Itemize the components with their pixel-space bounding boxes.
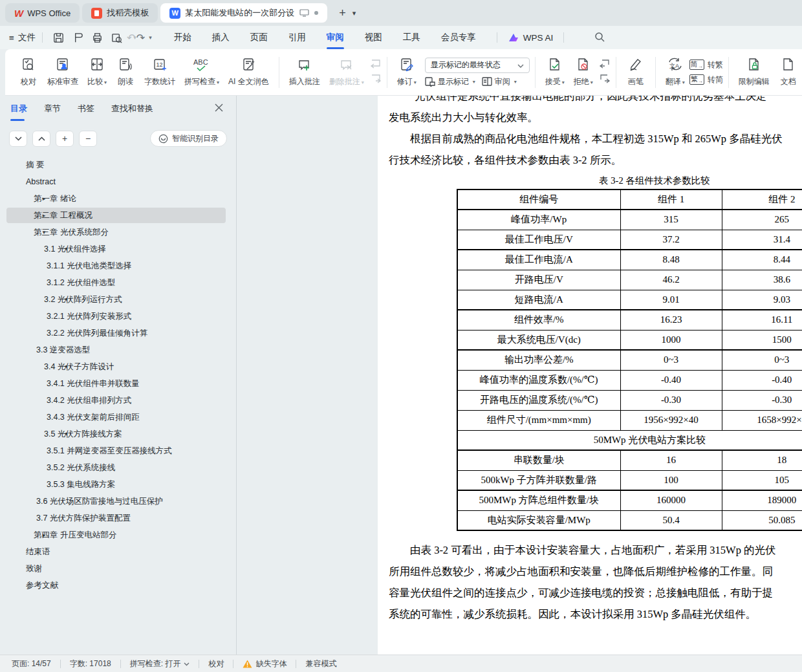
page-indicator[interactable]: 页面: 14/57 [12,658,51,669]
save-button[interactable] [50,29,67,46]
compare-button[interactable]: 比较▾ [83,54,111,90]
toc-item-label: 3.7 光伏方阵保护装置配置 [36,513,131,524]
zoom-out-button[interactable]: − [79,131,97,147]
word-count-indicator[interactable]: 字数: 17018 [70,658,111,669]
menu-item[interactable]: 审阅 [316,28,354,47]
toc-item[interactable]: 摘 要 [0,157,236,173]
toc-item[interactable]: 3.4.2 光伏组串排列方式 [0,392,236,409]
toc-item-label: 3.5.2 光伏系统接线 [47,462,115,473]
close-icon[interactable] [215,103,223,114]
toc-item[interactable]: ▸第四章 升压变电站部分 [0,526,236,543]
toc-item[interactable]: ▾3.4 光伏子方阵设计 [0,358,236,375]
previous-comment-button[interactable] [370,60,382,70]
next-revision-button[interactable] [599,74,611,85]
toc-item[interactable]: 3.2.1 光伏阵列安装形式 [0,308,236,325]
menu-item[interactable]: 会员专享 [431,28,486,47]
toc-item[interactable]: 3.6 光伏场区防雷接地与过电压保护 [0,493,236,510]
simplified-to-traditional-button[interactable]: 简→ 转繁 [689,60,723,70]
spellcheck-toggle[interactable]: 拼写检查: 打开 [130,658,190,669]
toc-item[interactable]: 参考文献 [0,577,236,594]
document-page[interactable]: 光伏组件是系统中直接输出电能的部分，因此其技术指标的优劣基本上决定 发电系统出力… [378,96,802,655]
ink-pen-button[interactable]: 画笔 [622,54,650,90]
accept-icon [547,57,563,74]
menu-item[interactable]: 开始 [164,28,202,47]
toc-item[interactable]: 3.4.1 光伏组件串并联数量 [0,375,236,392]
missing-font-warning[interactable]: 缺失字体 [243,658,287,669]
tab-find-replace[interactable]: 查找和替换 [111,103,153,117]
review-pane-button[interactable]: 审阅▾ [482,76,517,87]
toc-item-label: 3.3 逆变器选型 [36,345,90,356]
print-button[interactable] [89,29,106,46]
restrict-editing-button[interactable]: 限制编辑 [734,54,774,90]
toc-item[interactable]: Abstract [0,173,236,190]
table-cell: 9.03 [722,290,802,310]
tab-list-chevron-icon[interactable]: ▾ [352,9,356,17]
toc-item[interactable]: 3.1.1 光伏电池类型选择 [0,257,236,274]
insert-comment-button[interactable]: 插入批注 [285,54,325,90]
menu-item[interactable]: 工具 [393,28,431,47]
standard-review-button[interactable]: 标准审查 [43,54,83,90]
table-cell: 1000 [620,330,722,350]
file-menu-button[interactable]: ≡ 文件 [9,32,36,43]
traditional-to-simplified-button[interactable]: 繁→ 转简 [689,74,723,85]
collapse-all-button[interactable] [32,131,50,147]
translate-button[interactable]: 文A 翻译▾ [661,54,689,90]
markup-state-select[interactable]: 显示标记的最终状态 [425,58,530,73]
proofread-status[interactable]: 校对 [208,658,224,669]
redo-icon[interactable]: ↷ [136,32,145,44]
previous-revision-button[interactable] [599,60,611,70]
toc-item[interactable]: 3.1.2 光伏组件选型 [0,274,236,291]
toc-item[interactable]: 结束语 [0,543,236,560]
search-icon[interactable] [594,31,605,45]
toc-item[interactable]: ▾第三章 光伏系统部分 [0,224,236,241]
toc-item[interactable]: 3.4.3 光伏支架前后排间距 [0,409,236,426]
navigation-sidebar: 目录 章节 书签 查找和替换 + − 智能识别目录 摘 要Abstract▸第一… [0,96,237,655]
tab-toc[interactable]: 目录 [10,103,27,117]
delete-comment-button[interactable]: 删除批注▾ [325,54,369,90]
compatibility-mode-badge[interactable]: 兼容模式 [305,658,336,669]
new-tab-button[interactable]: + [339,7,346,19]
expand-all-button[interactable] [9,131,27,147]
spell-check-button[interactable]: ABC 拼写检查▾ [180,54,224,90]
menu-item[interactable]: 引用 [278,28,316,47]
print-preview-button[interactable] [109,29,125,46]
smart-toc-button[interactable]: 智能识别目录 [150,130,227,147]
toc-item[interactable]: ▾3.5 光伏方阵接线方案 [0,426,236,442]
menu-item[interactable]: 插入 [202,28,240,47]
toc-item[interactable]: 3.7 光伏方阵保护装置配置 [0,510,236,526]
document-permission-button[interactable]: 文档 [774,54,802,90]
track-changes-button[interactable]: 修订▾ [393,54,421,90]
menu-item[interactable]: 页面 [240,28,278,47]
toc-item[interactable]: 3.5.1 并网逆变器至变压器接线方式 [0,442,236,459]
tab-chapters[interactable]: 章节 [44,103,61,117]
zoom-in-button[interactable]: + [56,131,74,147]
ai-polish-button[interactable]: AI 全文润色 [224,54,274,90]
tab-active-document[interactable]: W 某太阳能发电站的一次部分设 [160,3,327,23]
read-aloud-button[interactable]: 朗读 [111,54,140,90]
toc-item[interactable]: 3.2.2 光伏阵列最佳倾角计算 [0,325,236,341]
next-comment-button[interactable] [370,74,382,85]
ai-polish-icon [241,57,256,74]
toc-item[interactable]: 3.5.3 集电线路方案 [0,476,236,493]
table-cell: -0.30 [722,390,802,410]
toc-item[interactable]: ▾3.1 光伏组件选择 [0,241,236,257]
toc-item[interactable]: ▾3.2 光伏阵列运行方式 [0,291,236,308]
wps-ai-button[interactable]: WPS AI [508,32,554,43]
toc-item[interactable]: ▸第二章 工程概况 [0,207,236,224]
toc-item[interactable]: 致谢 [0,560,236,577]
tab-wps-office[interactable]: W WPS Office [5,3,80,23]
tab-docer-templates[interactable]: 找稻壳模板 [82,3,158,23]
export-pdf-button[interactable] [70,29,87,46]
word-count-button[interactable]: 12 字数统计 [140,54,180,90]
toolbar-chevron-icon[interactable]: ▾ [149,34,152,41]
reject-revision-button[interactable]: 拒绝▾ [569,54,598,90]
tab-bookmarks[interactable]: 书签 [78,103,94,117]
show-markup-button[interactable]: 显示标记▾ [425,76,475,87]
accept-revision-button[interactable]: 接受▾ [541,54,569,90]
proofread-button[interactable]: 校对 [14,54,43,90]
toc-item[interactable]: 3.5.2 光伏系统接线 [0,459,236,476]
toc-item[interactable]: ▸第一章 绪论 [0,190,236,207]
toc-item[interactable]: 3.3 逆变器选型 [0,341,236,358]
menu-item[interactable]: 视图 [354,28,393,47]
table-cell: 16.11 [722,310,802,330]
